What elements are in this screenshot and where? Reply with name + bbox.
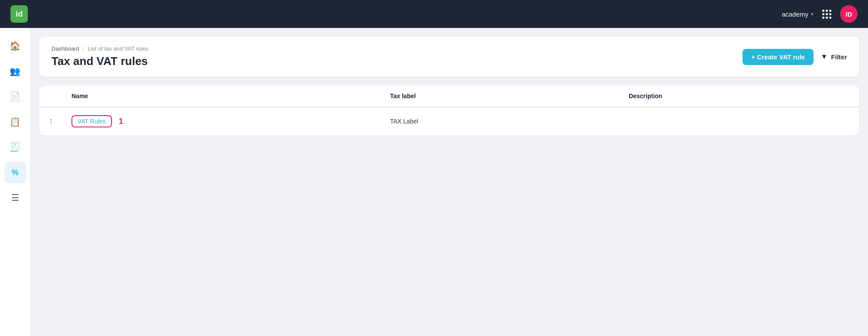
data-table: Name Tax label Description ⋮ VAT Rules 1 [39, 86, 859, 135]
row-name-cell: VAT Rules 1 [63, 107, 381, 135]
navbar-right: academy ▾ ID [782, 5, 858, 23]
create-vat-rule-button[interactable]: + Create VAT rule [743, 49, 814, 65]
page-header-left: Dashboard / List of tax and VAT rules Ta… [51, 45, 149, 68]
chevron-down-icon: ▾ [811, 11, 814, 17]
breadcrumb: Dashboard / List of tax and VAT rules [51, 45, 149, 52]
col-actions-header [39, 86, 63, 107]
navbar-left: id [10, 5, 28, 23]
content-area: Dashboard / List of tax and VAT rules Ta… [31, 28, 868, 336]
logo-text: id [16, 10, 23, 19]
breadcrumb-dashboard[interactable]: Dashboard [51, 45, 79, 52]
filter-button[interactable]: ▼ Filter [821, 53, 847, 61]
sidebar-item-list[interactable]: 📋 [4, 111, 26, 133]
sidebar-item-tax[interactable]: % [4, 161, 26, 183]
navbar-logo[interactable]: id [10, 5, 28, 23]
sidebar: 🏠 👥 📄 📋 🧾 % ☰ [0, 28, 31, 336]
table-body: ⋮ VAT Rules 1 TAX Label [39, 107, 859, 135]
workspace-name: academy [782, 10, 808, 18]
row-number: 1 [119, 117, 123, 126]
page-title: Tax and VAT rules [51, 55, 149, 68]
col-name-header: Name [63, 86, 381, 107]
filter-label: Filter [831, 53, 847, 61]
col-description-header: Description [620, 86, 859, 107]
vat-rules-link[interactable]: VAT Rules [71, 115, 112, 127]
avatar-initials: ID [846, 10, 852, 18]
sidebar-item-home[interactable]: 🏠 [4, 35, 26, 57]
sidebar-item-users[interactable]: 👥 [4, 60, 26, 82]
table-header: Name Tax label Description [39, 86, 859, 107]
filter-icon: ▼ [821, 53, 827, 61]
table-row: ⋮ VAT Rules 1 TAX Label [39, 107, 859, 135]
row-tax-label-cell: TAX Label [381, 107, 620, 135]
sidebar-item-reports[interactable]: ☰ [4, 187, 26, 209]
row-menu-trigger[interactable]: ⋮ [39, 107, 63, 135]
main-layout: 🏠 👥 📄 📋 🧾 % ☰ Dashboard / List of tax an… [0, 28, 868, 336]
sidebar-item-documents[interactable]: 📄 [4, 86, 26, 107]
row-description-cell [620, 107, 859, 135]
breadcrumb-separator: / [83, 45, 85, 52]
sidebar-item-invoice[interactable]: 🧾 [4, 136, 26, 158]
page-header-card: Dashboard / List of tax and VAT rules Ta… [39, 37, 859, 77]
breadcrumb-current: List of tax and VAT rules [88, 45, 148, 52]
table-card: Name Tax label Description ⋮ VAT Rules 1 [39, 86, 859, 135]
navbar: id academy ▾ ID [0, 0, 868, 28]
header-actions: + Create VAT rule ▼ Filter [743, 49, 847, 65]
col-tax-header: Tax label [381, 86, 620, 107]
avatar[interactable]: ID [840, 5, 858, 23]
apps-grid-icon[interactable] [822, 10, 831, 19]
name-cell-content: VAT Rules 1 [71, 115, 373, 127]
workspace-selector[interactable]: academy ▾ [782, 10, 814, 18]
